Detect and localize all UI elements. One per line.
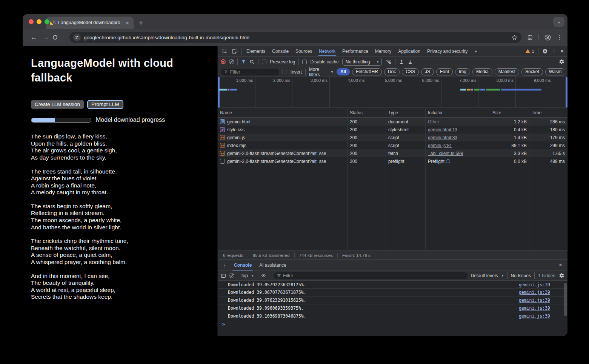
filter-chip-socket[interactable]: Socket	[521, 68, 543, 75]
filter-chip-fetch-xhr[interactable]: Fetch/XHR	[352, 68, 382, 75]
site-settings-icon[interactable]	[73, 34, 81, 41]
devtools-tab-performance[interactable]: Performance	[339, 46, 372, 56]
device-toolbar-icon[interactable]	[230, 47, 240, 55]
column-header-initiator[interactable]: Initiator	[426, 108, 490, 117]
export-har-icon[interactable]	[408, 59, 413, 65]
browser-menu-kebab-icon[interactable]: ⋮	[557, 34, 562, 41]
console-source-link[interactable]: gemini.js:39	[519, 313, 550, 319]
console-sidebar-icon[interactable]	[221, 273, 226, 278]
console-source-link[interactable]: gemini.js:39	[519, 290, 550, 295]
devtools-settings-gear-icon[interactable]	[542, 48, 548, 54]
filter-chip-js[interactable]: JS	[421, 68, 434, 75]
address-bar[interactable]: googlechrome.github.io/samples/downloadi…	[69, 32, 521, 43]
close-window-button[interactable]	[29, 19, 34, 24]
devtools-menu-kebab-icon[interactable]: ⋮	[552, 48, 557, 54]
search-icon[interactable]	[249, 59, 255, 65]
column-header-size[interactable]: Size	[490, 108, 529, 117]
filter-chip-img[interactable]: Img	[455, 68, 470, 75]
url-text[interactable]: googlechrome.github.io/samples/downloadi…	[84, 35, 508, 40]
more-filters-dropdown[interactable]: More filters ▾	[309, 67, 333, 77]
filter-chip-css[interactable]: CSS	[402, 68, 419, 75]
minimize-window-button[interactable]	[37, 19, 42, 24]
drawer-tab-ai-assistance[interactable]: AI assistance	[255, 260, 290, 270]
drawer-menu-kebab-icon[interactable]: ⋮	[221, 263, 229, 268]
console-prompt[interactable]: >	[218, 320, 567, 328]
devtools-tab-network[interactable]: Network	[315, 46, 339, 56]
network-request-row[interactable]: gemini-2.0-flash:streamGenerateContent?a…	[218, 149, 567, 157]
filter-chip-wasm[interactable]: Wasm	[545, 68, 564, 75]
default-levels-dropdown[interactable]: Default levels ▾	[471, 273, 504, 278]
network-conditions-icon[interactable]	[385, 59, 392, 65]
live-expression-eye-icon[interactable]	[261, 273, 266, 278]
clear-network-log-icon[interactable]	[229, 59, 234, 64]
preserve-log-label[interactable]: Preserve log	[270, 59, 295, 65]
overview-left-handle[interactable]	[218, 77, 220, 108]
column-header-status[interactable]: Status	[348, 108, 386, 117]
inspect-element-icon[interactable]	[220, 47, 230, 55]
devtools-tab-console[interactable]: Console	[269, 46, 292, 56]
request-initiator[interactable]: gemini.html:33	[428, 135, 457, 140]
context-selector[interactable]: top ▾	[241, 273, 254, 278]
filter-chip-all[interactable]: All	[337, 68, 350, 75]
column-header-type[interactable]: Type	[386, 108, 426, 117]
preserve-log-checkbox[interactable]	[262, 60, 266, 64]
column-header-time[interactable]: Time	[529, 108, 567, 117]
drawer-tab-console[interactable]: Console	[230, 260, 255, 270]
request-initiator[interactable]: gemini.js:81	[428, 143, 452, 148]
overview-right-handle[interactable]	[566, 77, 567, 108]
profile-avatar-icon[interactable]	[544, 34, 551, 41]
drawer-close-icon[interactable]: ×	[559, 262, 564, 268]
issues-warning-badge[interactable]: 1	[525, 49, 534, 54]
browser-tab[interactable]: LanguageModel downloadpro ×	[46, 17, 134, 29]
network-request-row[interactable]: style.css200stylesheetgemini.html:130.4 …	[218, 126, 567, 134]
forward-button[interactable]: →	[40, 34, 52, 41]
record-network-log-button[interactable]	[221, 59, 226, 64]
back-button[interactable]: ←	[28, 34, 40, 41]
network-request-row[interactable]: gemini-2.0-flash:streamGenerateContent?a…	[218, 157, 567, 165]
issues-status[interactable]: No Issues	[511, 273, 531, 278]
reload-button[interactable]	[52, 34, 64, 40]
network-filter-input-pill[interactable]	[221, 69, 279, 75]
column-header-name[interactable]: Name	[218, 108, 348, 117]
request-initiator[interactable]: _api_client.ts:599	[428, 151, 463, 156]
devtools-tab-elements[interactable]: Elements	[243, 46, 269, 56]
network-filter-input[interactable]	[230, 69, 276, 75]
more-tabs-overflow-icon[interactable]: »	[471, 46, 480, 56]
disable-cache-checkbox[interactable]	[302, 60, 307, 64]
maximize-window-button[interactable]	[45, 19, 49, 24]
devtools-close-icon[interactable]: ×	[560, 48, 564, 54]
invert-label[interactable]: Invert	[291, 69, 302, 75]
devtools-tab-application[interactable]: Application	[395, 46, 424, 56]
network-settings-gear-icon[interactable]	[559, 59, 564, 65]
console-scrollbar-thumb[interactable]	[564, 283, 567, 316]
network-request-row[interactable]: gemini.html200documentOther1.2 kB286 ms	[218, 118, 567, 126]
filter-chip-manifest[interactable]: Manifest	[495, 68, 519, 75]
extensions-puzzle-icon[interactable]	[527, 34, 533, 41]
console-source-link[interactable]: gemini.js:39	[519, 306, 550, 311]
throttling-select[interactable]: No throttling ▾	[342, 58, 382, 66]
network-request-row[interactable]: index.mjs200scriptgemini.js:8189.1 kB299…	[218, 141, 567, 149]
create-llm-session-button[interactable]: Create LLM session	[31, 100, 84, 109]
filter-funnel-icon[interactable]	[241, 59, 246, 64]
clear-console-icon[interactable]	[229, 273, 234, 278]
filter-chip-media[interactable]: Media	[472, 68, 492, 75]
console-filter-input[interactable]	[283, 273, 464, 278]
tab-close-icon[interactable]: ×	[125, 20, 130, 26]
filter-chip-doc[interactable]: Doc	[384, 68, 400, 75]
bookmark-star-icon[interactable]	[511, 34, 518, 41]
filter-chip-font[interactable]: Font	[436, 68, 453, 75]
new-tab-button[interactable]: +	[139, 19, 143, 26]
network-overview-timeline[interactable]: 1,000 ms2,000 ms3,000 ms4,000 ms5,000 ms…	[218, 77, 567, 108]
console-source-link[interactable]: gemini.js:39	[519, 298, 550, 303]
devtools-tab-sources[interactable]: Sources	[292, 46, 315, 56]
devtools-tab-memory[interactable]: Memory	[372, 46, 395, 56]
console-settings-gear-icon[interactable]	[559, 273, 564, 278]
disable-cache-label[interactable]: Disable cache	[310, 59, 338, 65]
request-initiator[interactable]: gemini.html:13	[428, 127, 457, 132]
prompt-llm-button[interactable]: Prompt LLM	[87, 100, 123, 109]
invert-checkbox[interactable]	[283, 70, 287, 74]
console-filter-pill[interactable]	[274, 272, 468, 279]
network-request-row[interactable]: gemini.js200scriptgemini.html:331.4 kB17…	[218, 134, 567, 141]
tab-search-button[interactable]: ⌄	[553, 17, 564, 27]
devtools-tab-privacy-and-security[interactable]: Privacy and security	[424, 46, 471, 56]
